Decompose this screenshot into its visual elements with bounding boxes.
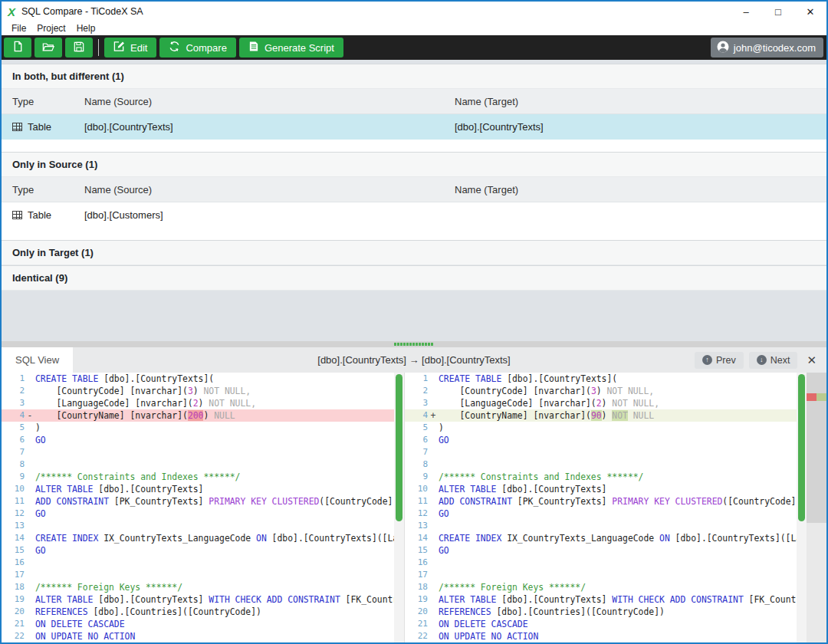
code-line: 12GO: [405, 508, 797, 520]
line-number: 2: [2, 385, 25, 397]
compare-sync-icon: [169, 41, 180, 54]
target-code[interactable]: 1CREATE TABLE [dbo].[CountryTexts](2 [Co…: [405, 373, 797, 642]
code-line: 13: [405, 520, 797, 532]
new-file-icon: [12, 41, 24, 54]
menu-project[interactable]: Project: [31, 23, 71, 34]
code-line: 18/****** Foreign Keys ******/: [405, 581, 797, 593]
table-row[interactable]: Table[dbo].[Customers]: [2, 202, 826, 228]
row-target-name: [dbo].[CountryTexts]: [455, 121, 826, 133]
code-text: [439, 569, 797, 581]
table-icon: [12, 211, 22, 219]
code-line: 9/****** Constraints and Indexes ******/: [2, 471, 394, 483]
diff-sign: [428, 397, 439, 409]
diff-sign: [25, 434, 35, 446]
section-header[interactable]: Only in Target (1): [2, 240, 826, 265]
line-number: 7: [2, 446, 25, 458]
diff-sign: [25, 397, 35, 409]
line-number: 16: [405, 557, 428, 569]
diff-sign: [428, 471, 439, 483]
source-scrollbar-thumb[interactable]: [396, 374, 402, 521]
code-line: 2 [CountryCode] [nvarchar](3) NOT NULL,: [2, 385, 394, 397]
compare-button[interactable]: Compare: [159, 38, 235, 58]
save-project-button[interactable]: [65, 38, 93, 58]
next-diff-button[interactable]: ↓ Next: [749, 352, 798, 369]
close-button[interactable]: ✕: [794, 2, 826, 21]
new-project-button[interactable]: [4, 38, 31, 58]
column-header-type: Type: [2, 184, 84, 196]
code-line: 2 [CountryCode] [nvarchar](3) NOT NULL,: [405, 385, 797, 397]
code-text: [439, 446, 797, 458]
row-type-cell: Table: [2, 121, 84, 133]
table-icon: [12, 123, 22, 131]
code-text: [LanguageCode] [nvarchar](2) NOT NULL,: [35, 397, 394, 409]
comparison-results: In both, but different (1)TypeName (Sour…: [2, 60, 826, 341]
edit-button-label: Edit: [130, 42, 147, 54]
diff-sign: [428, 385, 439, 397]
code-text: ALTER TABLE [dbo].[CountryTexts] WITH CH…: [35, 593, 394, 606]
diff-sign: [25, 618, 35, 630]
code-text: CREATE INDEX IX_CountryTexts_LanguageCod…: [439, 532, 797, 544]
code-text: /****** Foreign Keys ******/: [439, 581, 797, 593]
edit-button[interactable]: Edit: [104, 38, 156, 58]
code-line: 8: [2, 458, 394, 471]
diff-sign: [25, 581, 35, 593]
section-header[interactable]: In both, but different (1): [2, 64, 826, 89]
code-text: [CountryCode] [nvarchar](3) NOT NULL,: [439, 385, 797, 397]
titlebar: X SQL Compare - TiCodeX SA – □ ✕: [2, 2, 826, 21]
code-line: 1CREATE TABLE [dbo].[CountryTexts](: [405, 373, 797, 385]
code-line: 9/****** Constraints and Indexes ******/: [405, 471, 797, 483]
target-scrollbar-thumb[interactable]: [798, 374, 805, 521]
generate-script-button[interactable]: Generate Script: [239, 38, 343, 58]
menu-help[interactable]: Help: [71, 23, 101, 34]
code-text: ): [439, 422, 797, 434]
code-text: ADD CONSTRAINT [PK_CountryTexts] PRIMARY…: [35, 495, 394, 508]
close-sqlview-button[interactable]: ✕: [803, 353, 820, 367]
code-text: [LanguageCode] [nvarchar](2) NOT NULL,: [439, 397, 797, 409]
code-line: 15GO: [405, 544, 797, 557]
section: In both, but different (1)TypeName (Sour…: [2, 64, 826, 152]
pane-splitter[interactable]: [2, 341, 826, 347]
diff-sign: [25, 483, 35, 495]
open-project-button[interactable]: [34, 38, 62, 58]
line-number: 2: [405, 385, 428, 397]
maximize-button[interactable]: □: [762, 2, 794, 21]
code-line: 22ON UPDATE NO ACTION: [405, 630, 797, 642]
section-header[interactable]: Identical (9): [2, 265, 826, 291]
table-row[interactable]: Table[dbo].[CountryTexts][dbo].[CountryT…: [2, 114, 826, 140]
column-header-target: Name (Target): [455, 184, 826, 196]
code-text: GO: [35, 508, 394, 520]
line-number: 20: [405, 606, 428, 618]
diff-sign: [428, 434, 439, 446]
column-header-source: Name (Source): [84, 184, 455, 196]
line-number: 12: [2, 508, 25, 520]
source-code[interactable]: 1CREATE TABLE [dbo].[CountryTexts](2 [Co…: [2, 373, 394, 642]
diff-editor: 1CREATE TABLE [dbo].[CountryTexts](2 [Co…: [2, 373, 826, 642]
line-number: 10: [2, 483, 25, 495]
code-text: ON UPDATE NO ACTION: [439, 630, 797, 642]
diff-sign: [25, 471, 35, 483]
line-number: 19: [405, 593, 428, 606]
minimize-button[interactable]: –: [730, 2, 762, 21]
diff-sign: [428, 422, 439, 434]
diff-sign: [25, 373, 35, 385]
section: Only in Source (1)TypeName (Source)Name …: [2, 152, 826, 240]
line-number: 17: [405, 569, 428, 581]
diff-sign: [428, 532, 439, 544]
row-source-name: [dbo].[CountryTexts]: [84, 121, 455, 133]
line-number: 1: [405, 373, 428, 385]
prev-diff-button[interactable]: ↑ Prev: [695, 352, 744, 369]
code-line: 7: [405, 446, 797, 458]
line-number: 10: [405, 483, 428, 495]
script-file-icon: [248, 41, 259, 54]
user-email: john@ticodex.com: [734, 42, 816, 54]
row-type-label: Table: [28, 121, 51, 133]
line-number: 22: [405, 630, 428, 642]
section-header[interactable]: Only in Source (1): [2, 152, 826, 177]
diff-sign: [428, 569, 439, 581]
tab-sql-view[interactable]: SQL View: [2, 347, 73, 373]
line-number: 17: [2, 569, 25, 581]
diff-overview-ruler[interactable]: [807, 373, 826, 642]
menu-file[interactable]: File: [6, 23, 31, 34]
user-account-badge[interactable]: john@ticodex.com: [711, 38, 823, 58]
row-type-label: Table: [28, 209, 51, 221]
